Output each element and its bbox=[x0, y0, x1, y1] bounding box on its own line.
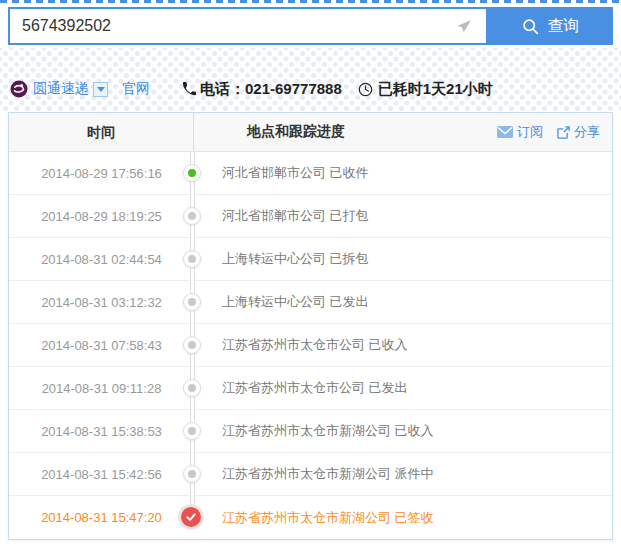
tracking-time: 2014-08-31 07:58:43 bbox=[9, 338, 194, 353]
tracking-row: 2014-08-31 02:44:54 上海转运中心公司 已拆包 bbox=[9, 238, 612, 281]
tracking-status: 河北省邯郸市公司 已收件 bbox=[222, 164, 369, 182]
subscribe-link[interactable]: 订阅 bbox=[497, 123, 543, 141]
tracking-row: 2014-08-31 15:38:53 江苏省苏州市太仓市新湖公司 已收入 bbox=[9, 410, 612, 453]
tracking-row: 2014-08-29 18:19:25 河北省邯郸市公司 已打包 bbox=[9, 195, 612, 238]
tracking-status: 河北省邯郸市公司 已打包 bbox=[222, 207, 369, 225]
tracking-status: 江苏省苏州市太仓市公司 已发出 bbox=[222, 379, 408, 397]
tracking-time: 2014-08-29 18:19:25 bbox=[9, 209, 194, 224]
tracking-input-wrap bbox=[8, 7, 488, 45]
phone-number-text: 电话：021-69777888 bbox=[200, 80, 342, 99]
tracking-table-body: 2014-08-29 17:56:16 河北省邯郸市公司 已收件 2014-08… bbox=[9, 152, 612, 539]
tracking-table-header: 时间 地点和跟踪进度 订阅 分享 bbox=[9, 113, 612, 152]
timeline-dot-inner bbox=[188, 255, 196, 263]
tracking-time: 2014-08-31 15:42:56 bbox=[9, 467, 194, 482]
tracking-row: 2014-08-31 09:11:28 江苏省苏州市太仓市公司 已发出 bbox=[9, 367, 612, 410]
tracking-row: 2014-08-31 15:42:56 江苏省苏州市太仓市新湖公司 派件中 bbox=[9, 453, 612, 496]
tracking-row: 2014-08-31 15:47:20 江苏省苏州市太仓市新湖公司 已签收 bbox=[9, 496, 612, 539]
tracking-status: 江苏省苏州市太仓市公司 已收入 bbox=[222, 336, 408, 354]
timeline-dot bbox=[183, 293, 201, 311]
column-header-progress: 地点和跟踪进度 bbox=[247, 123, 345, 141]
timeline-dot-inner bbox=[188, 470, 196, 478]
magnifier-icon bbox=[522, 18, 539, 35]
official-site-link[interactable]: 官网 bbox=[122, 80, 150, 98]
timeline-dot-inner bbox=[188, 298, 196, 306]
elapsed-group: 已耗时1天21小时 bbox=[358, 80, 493, 99]
envelope-icon bbox=[497, 126, 513, 138]
tracking-row: 2014-08-31 07:58:43 江苏省苏州市太仓市公司 已收入 bbox=[9, 324, 612, 367]
timeline-dot bbox=[183, 207, 201, 225]
carrier-name-link[interactable]: 圆通速递 bbox=[33, 80, 89, 98]
timeline-dot bbox=[183, 164, 201, 182]
subscribe-label: 订阅 bbox=[517, 123, 543, 141]
elapsed-time-text: 已耗时1天21小时 bbox=[378, 80, 493, 99]
check-icon bbox=[185, 511, 197, 523]
tracking-number-input[interactable] bbox=[10, 9, 486, 43]
share-label: 分享 bbox=[574, 123, 600, 141]
timeline-dot bbox=[183, 336, 201, 354]
tracking-status: 上海转运中心公司 已发出 bbox=[222, 293, 369, 311]
timeline-dot bbox=[181, 507, 201, 527]
tracking-time: 2014-08-29 17:56:16 bbox=[9, 166, 194, 181]
timeline-dot-inner bbox=[188, 427, 196, 435]
search-bar: 查询 bbox=[8, 7, 613, 45]
carrier-logo-icon bbox=[10, 80, 28, 98]
timeline-dot-inner bbox=[188, 169, 196, 177]
chevron-down-icon bbox=[97, 87, 105, 92]
tracking-status: 上海转运中心公司 已拆包 bbox=[222, 250, 369, 268]
tracking-time: 2014-08-31 03:12:32 bbox=[9, 295, 194, 310]
search-button-label: 查询 bbox=[548, 16, 580, 37]
column-header-time: 时间 bbox=[9, 113, 194, 151]
timeline-dot-inner bbox=[188, 212, 196, 220]
tracking-row: 2014-08-29 17:56:16 河北省邯郸市公司 已收件 bbox=[9, 152, 612, 195]
tracking-status: 江苏省苏州市太仓市新湖公司 已签收 bbox=[222, 509, 434, 527]
carrier-info-bar: 圆通速递 官网 电话：021-69777888 已耗时1天21小时 bbox=[10, 79, 493, 99]
timeline-dot bbox=[183, 422, 201, 440]
carrier-dropdown-button[interactable] bbox=[93, 82, 108, 97]
paper-plane-icon[interactable] bbox=[455, 18, 473, 36]
tracking-time: 2014-08-31 02:44:54 bbox=[9, 252, 194, 267]
tracking-status: 江苏省苏州市太仓市新湖公司 已收入 bbox=[222, 422, 434, 440]
header-actions: 订阅 分享 bbox=[497, 123, 612, 141]
search-button[interactable]: 查询 bbox=[488, 7, 613, 45]
decorative-dashed-line bbox=[0, 0, 621, 3]
timeline-dot-inner bbox=[188, 341, 196, 349]
tracking-table: 时间 地点和跟踪进度 订阅 分享 2014-08-29 17:56:16 bbox=[8, 112, 613, 540]
share-icon bbox=[557, 126, 570, 139]
tracking-row: 2014-08-31 03:12:32 上海转运中心公司 已发出 bbox=[9, 281, 612, 324]
phone-group: 电话：021-69777888 bbox=[182, 80, 342, 99]
tracking-time: 2014-08-31 09:11:28 bbox=[9, 381, 194, 396]
tracking-time: 2014-08-31 15:38:53 bbox=[9, 424, 194, 439]
timeline-dot-inner bbox=[188, 384, 196, 392]
timeline-dot bbox=[183, 465, 201, 483]
timeline-dot bbox=[183, 379, 201, 397]
tracking-time: 2014-08-31 15:47:20 bbox=[9, 510, 194, 525]
clock-icon bbox=[358, 82, 373, 97]
tracking-status: 江苏省苏州市太仓市新湖公司 派件中 bbox=[222, 465, 434, 483]
timeline-dot bbox=[183, 250, 201, 268]
phone-icon bbox=[182, 82, 196, 96]
share-link[interactable]: 分享 bbox=[557, 123, 600, 141]
